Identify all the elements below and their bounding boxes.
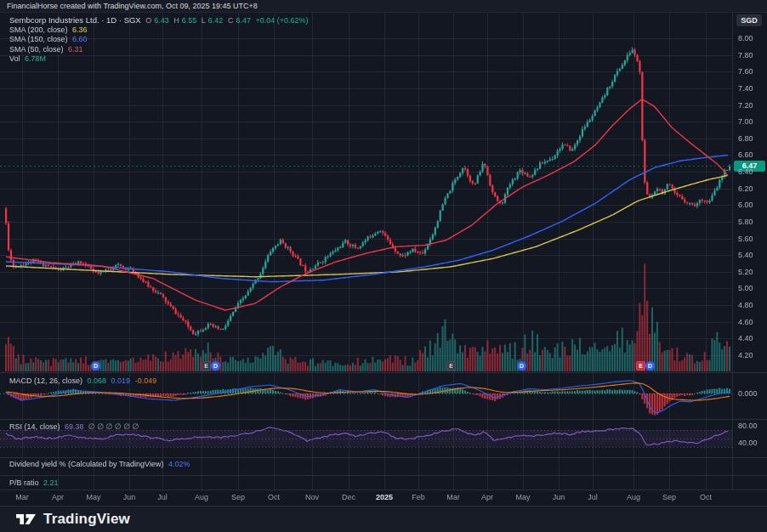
pb-ratio-value: 2.21	[43, 478, 59, 487]
time-axis-label: Oct	[700, 493, 712, 501]
pb-ratio-label[interactable]: P/B ratio	[9, 478, 39, 487]
price-axis-label: 6.80	[738, 134, 753, 143]
time-axis-label: Aug	[627, 493, 640, 501]
open-value: 6.43	[154, 16, 169, 25]
time-axis-label: Aug	[195, 493, 208, 501]
earnings-badge[interactable]: E	[446, 361, 456, 371]
close-label: C	[228, 16, 234, 25]
time-axis-label: Mar	[446, 493, 460, 501]
time-axis-label: Sep	[231, 493, 245, 501]
sma150-value: 6.60	[72, 35, 88, 43]
time-axis-label: Apr	[481, 493, 493, 501]
symbol-title[interactable]: Sembcorp Industries Ltd. · 1D · SGX	[9, 15, 141, 25]
sma50-value: 6.31	[68, 45, 83, 54]
time-axis-label: Jun	[553, 493, 565, 501]
price-axis-label: 6.20	[738, 184, 753, 193]
tradingview-chart-window: FinancialHorse created with TradingView.…	[0, 0, 767, 532]
price-axis-label: 8.00	[738, 34, 753, 42]
time-axis-label: May	[515, 493, 530, 501]
macd-pane-legend[interactable]: MACD (12, 26, close) 0.068 0.019 -0.049	[9, 376, 159, 385]
dividend-badge[interactable]: D	[91, 361, 100, 371]
time-axis-label: Feb	[412, 493, 425, 501]
low-label: L	[202, 16, 206, 25]
rsi-upper-axis-label: 80.00	[738, 422, 758, 430]
price-axis-label: 7.20	[738, 101, 753, 110]
attribution-text: FinancialHorse created with TradingView.…	[7, 2, 258, 10]
rsi-value: 69.38	[65, 422, 84, 431]
sma200-value: 6.36	[72, 25, 88, 34]
macd-line-value: 0.019	[111, 376, 131, 385]
price-axis-label: 4.60	[738, 318, 753, 326]
price-axis-label: 5.40	[738, 251, 753, 259]
sma150-row[interactable]: SMA (150, close) 6.60	[9, 35, 310, 45]
price-axis-label: 6.00	[738, 201, 753, 209]
price-axis-label: 6.60	[738, 150, 753, 159]
dividend-badge[interactable]: D	[645, 361, 655, 371]
rsi-label[interactable]: RSI (14, close)	[9, 422, 60, 431]
price-axis-label: 7.80	[738, 51, 753, 59]
pb-ratio-pane-legend[interactable]: P/B ratio 2.21	[9, 478, 61, 487]
dividend-badge[interactable]: D	[211, 361, 220, 371]
close-value: 6.47	[236, 16, 251, 25]
time-axis-label: Oct	[268, 493, 280, 501]
sma200-row[interactable]: SMA (200, close) 6.36	[9, 25, 310, 36]
macd-hist-value: 0.068	[88, 376, 107, 385]
rsi-lower-axis-label: 40.00	[738, 439, 758, 447]
high-value: 6.55	[182, 16, 197, 25]
earnings-badge[interactable]: E	[636, 361, 645, 371]
high-label: H	[173, 16, 179, 25]
time-axis-label: Jul	[157, 493, 168, 501]
price-axis-label: 7.60	[738, 67, 753, 76]
chart-canvas[interactable]	[0, 0, 767, 532]
time-axis-label: Mar	[15, 493, 29, 501]
dividend-yield-value: 4.02%	[168, 460, 190, 468]
currency-button[interactable]: SGD	[736, 14, 762, 26]
price-axis-label: 4.80	[738, 301, 753, 309]
macd-zero-axis-label: 0.000	[738, 389, 758, 398]
price-axis-label: 7.40	[738, 84, 753, 93]
price-axis-label: 5.60	[738, 235, 753, 243]
time-axis-label: Nov	[305, 493, 319, 501]
tradingview-logo-icon[interactable]	[14, 511, 37, 528]
price-axis-label: 4.40	[738, 334, 753, 342]
open-label: O	[145, 16, 151, 25]
symbol-row[interactable]: Sembcorp Industries Ltd. · 1D · SGX O6.4…	[9, 15, 310, 25]
price-axis-label: 5.80	[738, 218, 753, 226]
low-value: 6.42	[208, 16, 224, 25]
time-axis-label: Jul	[588, 493, 598, 501]
rsi-pane-legend[interactable]: RSI (14, close) 69.38 ∅ ∅ ∅ ∅ ∅ ∅	[9, 422, 142, 431]
sma50-row[interactable]: SMA (50, close) 6.31	[9, 45, 310, 55]
dividend-badge[interactable]: D	[517, 361, 526, 371]
macd-label[interactable]: MACD (12, 26, close)	[9, 376, 82, 385]
time-axis-label: Sep	[662, 493, 676, 501]
price-axis-label: 5.00	[738, 284, 753, 292]
macd-signal-value: -0.049	[135, 376, 157, 385]
sma150-label[interactable]: SMA (150, close)	[9, 35, 68, 43]
time-axis-label: Apr	[52, 493, 64, 501]
time-axis-label: Jun	[123, 493, 136, 501]
earnings-badge[interactable]: E	[202, 361, 211, 371]
sma50-label[interactable]: SMA (50, close)	[9, 45, 64, 54]
price-axis-label: 5.20	[738, 268, 753, 276]
price-axis-label: 4.20	[738, 351, 753, 359]
volume-row[interactable]: Vol 6.78M	[9, 54, 310, 65]
dividend-pane-legend[interactable]: Dividend yield % (Calculated by TradingV…	[9, 460, 192, 468]
volume-value: 6.78M	[25, 54, 46, 63]
dividend-yield-label[interactable]: Dividend yield % (Calculated by TradingV…	[9, 460, 163, 468]
time-axis-label: Dec	[342, 493, 355, 501]
volume-label[interactable]: Vol	[9, 54, 20, 63]
sma200-label[interactable]: SMA (200, close)	[9, 25, 68, 34]
time-axis-label: 2025	[376, 493, 393, 501]
chart-legend: Sembcorp Industries Ltd. · 1D · SGX O6.4…	[9, 15, 310, 65]
rsi-empty-values: ∅ ∅ ∅ ∅ ∅ ∅	[88, 422, 139, 431]
change-value: +0.04 (+0.62%)	[255, 16, 308, 25]
price-axis-label: 6.40	[738, 167, 753, 176]
tradingview-wordmark[interactable]: TradingView	[43, 511, 130, 528]
footer-bar: TradingView	[0, 507, 767, 532]
price-axis-label: 7.00	[738, 117, 753, 126]
time-axis-label: May	[86, 493, 100, 501]
